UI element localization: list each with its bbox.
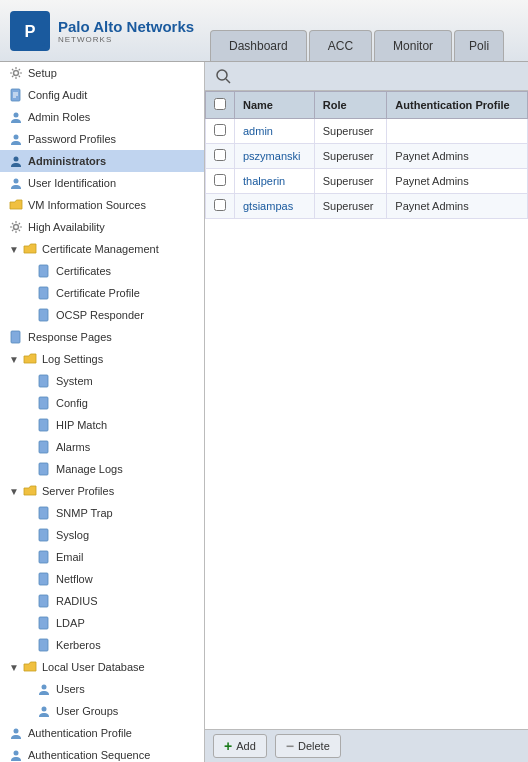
- sidebar-item-certificate-management[interactable]: ▼ Certificate Management: [0, 238, 204, 260]
- doc-icon: [36, 461, 52, 477]
- sidebar-item-label: Admin Roles: [28, 111, 90, 123]
- person-icon: [8, 747, 24, 762]
- sidebar-item-vm-information-sources[interactable]: VM Information Sources: [0, 194, 204, 216]
- row-name[interactable]: gtsiampas: [235, 194, 315, 219]
- svg-rect-16: [39, 375, 48, 387]
- sidebar-item-config[interactable]: Config: [0, 392, 204, 414]
- row-checkbox[interactable]: [206, 144, 235, 169]
- sidebar-item-label: Syslog: [56, 529, 89, 541]
- sidebar-item-manage-logs[interactable]: Manage Logs: [0, 458, 204, 480]
- expand-arrow-icon: ▼: [8, 243, 20, 255]
- sidebar-item-label: High Availability: [28, 221, 105, 233]
- col-header-role: Role: [314, 92, 387, 119]
- sidebar-item-label: Users: [56, 683, 85, 695]
- main-area: Setup Config Audit Admin Roles Password …: [0, 62, 528, 762]
- delete-button[interactable]: − Delete: [275, 734, 341, 758]
- sidebar-item-response-pages[interactable]: Response Pages: [0, 326, 204, 348]
- sidebar-item-kerberos[interactable]: Kerberos: [0, 634, 204, 656]
- row-auth-profile: Paynet Admins: [387, 144, 528, 169]
- sidebar-item-label: RADIUS: [56, 595, 98, 607]
- table-row[interactable]: thalperin Superuser Paynet Admins: [206, 169, 528, 194]
- person-icon: [36, 703, 52, 719]
- tab-poli[interactable]: Poli: [454, 30, 504, 61]
- sidebar-item-password-profiles[interactable]: Password Profiles: [0, 128, 204, 150]
- sidebar-item-label: Response Pages: [28, 331, 112, 343]
- row-role: Superuser: [314, 144, 387, 169]
- sidebar-item-config-audit[interactable]: Config Audit: [0, 84, 204, 106]
- svg-rect-25: [39, 595, 48, 607]
- sidebar-item-user-identification[interactable]: User Identification: [0, 172, 204, 194]
- content-footer: + Add − Delete: [205, 729, 528, 762]
- sidebar-item-certificates[interactable]: Certificates: [0, 260, 204, 282]
- person-icon: [36, 681, 52, 697]
- content-area: Name Role Authentication Profile admin S…: [205, 62, 528, 762]
- col-header-name: Name: [235, 92, 315, 119]
- svg-line-35: [226, 79, 230, 83]
- sidebar-item-label: Config Audit: [28, 89, 87, 101]
- row-role: Superuser: [314, 169, 387, 194]
- sidebar-item-ldap[interactable]: LDAP: [0, 612, 204, 634]
- logo-icon: P: [10, 11, 50, 51]
- nav-tabs: Dashboard ACC Monitor Poli: [210, 0, 506, 61]
- doc-icon: [36, 395, 52, 411]
- sidebar-item-authentication-profile[interactable]: Authentication Profile: [0, 722, 204, 744]
- sidebar-item-high-availability[interactable]: High Availability: [0, 216, 204, 238]
- table-row[interactable]: admin Superuser: [206, 119, 528, 144]
- sidebar-item-users[interactable]: Users: [0, 678, 204, 700]
- doc-icon: [36, 439, 52, 455]
- row-checkbox[interactable]: [206, 119, 235, 144]
- sidebar-item-log-settings[interactable]: ▼ Log Settings: [0, 348, 204, 370]
- svg-point-8: [14, 135, 19, 140]
- sidebar-item-radius[interactable]: RADIUS: [0, 590, 204, 612]
- sidebar-item-syslog[interactable]: Syslog: [0, 524, 204, 546]
- sidebar-item-hip-match[interactable]: HIP Match: [0, 414, 204, 436]
- tab-monitor[interactable]: Monitor: [374, 30, 452, 61]
- sidebar-item-label: HIP Match: [56, 419, 107, 431]
- folder-icon: [22, 659, 38, 675]
- folder-icon: [22, 483, 38, 499]
- sidebar-item-snmp-trap[interactable]: SNMP Trap: [0, 502, 204, 524]
- doc-icon: [36, 285, 52, 301]
- search-button[interactable]: [213, 66, 233, 86]
- sidebar-item-authentication-sequence[interactable]: Authentication Sequence: [0, 744, 204, 762]
- sidebar-item-ocsp-responder[interactable]: OCSP Responder: [0, 304, 204, 326]
- add-button[interactable]: + Add: [213, 734, 267, 758]
- row-name[interactable]: pszymanski: [235, 144, 315, 169]
- select-all-checkbox[interactable]: [214, 98, 226, 110]
- doc-icon: [8, 87, 24, 103]
- folder-icon: [8, 197, 24, 213]
- svg-rect-23: [39, 551, 48, 563]
- row-auth-profile: [387, 119, 528, 144]
- row-name[interactable]: thalperin: [235, 169, 315, 194]
- sidebar-item-email[interactable]: Email: [0, 546, 204, 568]
- sidebar-item-server-profiles[interactable]: ▼ Server Profiles: [0, 480, 204, 502]
- sidebar-item-setup[interactable]: Setup: [0, 62, 204, 84]
- sidebar-item-certificate-profile[interactable]: Certificate Profile: [0, 282, 204, 304]
- svg-point-30: [14, 729, 19, 734]
- table-row[interactable]: gtsiampas Superuser Paynet Admins: [206, 194, 528, 219]
- row-checkbox[interactable]: [206, 194, 235, 219]
- table-row[interactable]: pszymanski Superuser Paynet Admins: [206, 144, 528, 169]
- sidebar-item-label: Log Settings: [42, 353, 103, 365]
- sidebar-item-label: Authentication Sequence: [28, 749, 150, 761]
- sidebar-item-label: Manage Logs: [56, 463, 123, 475]
- person-icon: [8, 725, 24, 741]
- sidebar-item-admin-roles[interactable]: Admin Roles: [0, 106, 204, 128]
- sidebar-item-system[interactable]: System: [0, 370, 204, 392]
- svg-point-28: [42, 685, 47, 690]
- sidebar-item-alarms[interactable]: Alarms: [0, 436, 204, 458]
- row-name[interactable]: admin: [235, 119, 315, 144]
- row-checkbox[interactable]: [206, 169, 235, 194]
- sidebar-item-administrators[interactable]: Administrators: [0, 150, 204, 172]
- sidebar-item-label: User Groups: [56, 705, 118, 717]
- tab-dashboard[interactable]: Dashboard: [210, 30, 307, 61]
- tab-acc[interactable]: ACC: [309, 30, 372, 61]
- svg-rect-18: [39, 419, 48, 431]
- svg-rect-27: [39, 639, 48, 651]
- sidebar-item-netflow[interactable]: Netflow: [0, 568, 204, 590]
- sidebar-item-local-user-database[interactable]: ▼ Local User Database: [0, 656, 204, 678]
- svg-rect-26: [39, 617, 48, 629]
- svg-point-9: [14, 157, 19, 162]
- svg-rect-17: [39, 397, 48, 409]
- sidebar-item-user-groups[interactable]: User Groups: [0, 700, 204, 722]
